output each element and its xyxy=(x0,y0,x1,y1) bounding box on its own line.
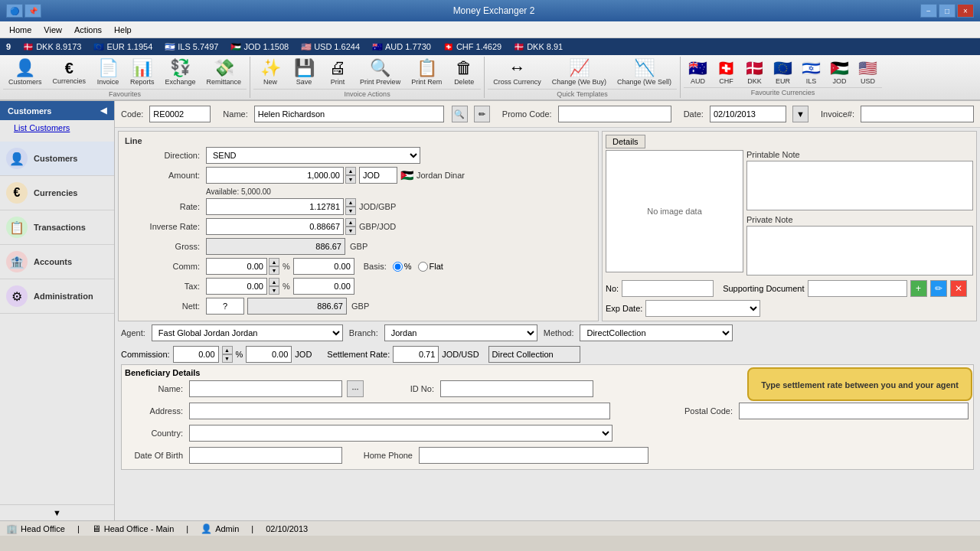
toolbar-remittance-btn[interactable]: 💸 Remittance xyxy=(201,57,247,89)
comm-pct-input[interactable] xyxy=(206,258,267,275)
fav-chf-btn[interactable]: 🇨🇭 CHF xyxy=(712,57,740,87)
toolbar-change-sell-btn[interactable]: 📉 Change (We Sell) xyxy=(612,57,677,89)
tax-up-btn[interactable]: ▲ xyxy=(269,278,279,286)
fav-usd-btn[interactable]: 🇺🇸 USD xyxy=(854,57,882,87)
toolbar-exchange-btn[interactable]: 💱 Exchange xyxy=(160,57,201,89)
list-customers-link[interactable]: List Customers xyxy=(6,120,77,135)
name-input[interactable] xyxy=(254,106,444,122)
printable-note-input[interactable] xyxy=(746,161,973,210)
basis-flat-radio[interactable] xyxy=(418,262,428,272)
menu-actions[interactable]: Actions xyxy=(68,24,108,36)
toolbar-invoice-btn[interactable]: 📄 Invoice xyxy=(91,57,125,89)
minimize-btn[interactable]: − xyxy=(920,4,937,18)
amount-down-btn[interactable]: ▼ xyxy=(345,175,356,184)
sidebar-item-administration[interactable]: ⚙ Administration xyxy=(0,279,114,314)
amount-up-btn[interactable]: ▲ xyxy=(345,167,356,175)
fav-aud-btn[interactable]: 🇦🇺 AUD xyxy=(684,57,712,87)
name-edit-icon-btn[interactable]: ✏ xyxy=(474,106,490,122)
date-dropdown-icon[interactable]: ▼ xyxy=(792,106,808,122)
pin-btn[interactable]: 📌 xyxy=(24,4,41,18)
promo-input[interactable] xyxy=(558,106,671,122)
inverse-down-btn[interactable]: ▼ xyxy=(345,227,356,235)
amount-input[interactable] xyxy=(206,167,344,184)
benef-name-row: Name: ··· ID No: xyxy=(125,380,593,397)
comm-down-btn[interactable]: ▼ xyxy=(269,266,279,275)
doc-add-btn[interactable]: + xyxy=(910,280,927,297)
no-input[interactable] xyxy=(622,280,714,297)
menu-view[interactable]: View xyxy=(38,24,68,36)
nett-input[interactable] xyxy=(247,298,347,315)
benef-id-input[interactable] xyxy=(440,380,593,397)
benef-name-dots-btn[interactable]: ··· xyxy=(347,380,364,397)
benef-homephone-input[interactable] xyxy=(419,447,648,464)
inverse-rate-input[interactable] xyxy=(206,218,344,235)
doc-edit-btn[interactable]: ✏ xyxy=(930,280,947,297)
tax-down-btn[interactable]: ▼ xyxy=(269,286,279,295)
rate-up-btn[interactable]: ▲ xyxy=(345,198,356,207)
menu-home[interactable]: Home xyxy=(3,24,38,36)
eur-flag: 🇪🇺 xyxy=(773,59,792,77)
benef-postal-input[interactable] xyxy=(739,403,969,419)
benef-country-select[interactable] xyxy=(189,425,612,442)
basis-pct-radio[interactable] xyxy=(393,262,403,272)
private-note-input[interactable] xyxy=(746,226,973,276)
fav-jod-btn[interactable]: 🇯🇴 JOD xyxy=(825,57,854,87)
toolbar-new-btn[interactable]: ✨ New xyxy=(253,57,287,89)
menu-help[interactable]: Help xyxy=(108,24,138,36)
settlement-input[interactable] xyxy=(393,346,439,363)
date-input[interactable] xyxy=(710,106,786,122)
benef-name-input[interactable] xyxy=(189,380,342,397)
supporting-doc-input[interactable] xyxy=(808,280,907,297)
agent-select[interactable]: Fast Global Jordan Jordan xyxy=(152,324,343,341)
toolbar-reports-btn[interactable]: 📊 Reports xyxy=(125,57,160,89)
method-select[interactable]: DirectCollection xyxy=(580,324,733,341)
gross-input[interactable] xyxy=(206,238,345,255)
doc-delete-btn[interactable]: ✕ xyxy=(950,280,967,297)
toolbar-print-rem-btn[interactable]: 📋 Print Rem xyxy=(406,57,447,89)
inverse-up-btn[interactable]: ▲ xyxy=(345,218,356,227)
branch-select[interactable]: Jordan xyxy=(384,324,537,341)
benef-dob-input[interactable] xyxy=(189,447,342,464)
sidebar-item-customers[interactable]: 👤 Customers xyxy=(0,142,114,176)
toolbar-delete-btn[interactable]: 🗑 Delete xyxy=(447,57,481,89)
sidebar-item-transactions[interactable]: 📋 Transactions xyxy=(0,210,114,245)
toolbar-customers-btn[interactable]: 👤 Customers xyxy=(3,57,47,89)
toolbar-currencies-btn[interactable]: € Currencies xyxy=(47,57,92,89)
sidebar-item-accounts[interactable]: 🏦 Accounts xyxy=(0,245,114,279)
exp-date-select[interactable] xyxy=(645,300,760,317)
maximize-btn[interactable]: □ xyxy=(939,4,956,18)
direction-select[interactable]: SEND RECEIVE xyxy=(206,147,420,164)
comm2-down-btn[interactable]: ▼ xyxy=(222,354,233,363)
commission-pct-input[interactable] xyxy=(173,346,219,363)
tax-flat-input[interactable] xyxy=(293,278,354,295)
comm-flat-input[interactable] xyxy=(293,258,354,275)
rate-down-btn[interactable]: ▼ xyxy=(345,207,356,215)
code-input[interactable] xyxy=(149,106,211,122)
sidebar-collapse-btn[interactable]: ◀ xyxy=(100,106,106,116)
fav-dkk-btn[interactable]: 🇩🇰 DKK xyxy=(740,57,769,87)
currency-input[interactable] xyxy=(359,167,397,184)
fav-ils-btn[interactable]: 🇮🇱 ILS xyxy=(797,57,825,87)
benef-dob-row: Date Of Birth Home Phone xyxy=(125,447,648,464)
comm2-up-btn[interactable]: ▲ xyxy=(222,346,233,354)
name-search-icon-btn[interactable]: 🔍 xyxy=(452,106,468,122)
comm-up-btn[interactable]: ▲ xyxy=(269,258,279,266)
details-tab[interactable]: Details xyxy=(606,135,645,148)
amount-row: Amount: ▲ ▼ 🇯🇴 Jordan Dinar xyxy=(122,167,595,184)
sidebar-collapse-bottom[interactable]: ▼ xyxy=(0,504,114,520)
toolbar-change-buy-btn[interactable]: 📈 Change (We Buy) xyxy=(547,57,612,89)
admin-icon: 👤 xyxy=(201,523,212,534)
benef-address-input[interactable] xyxy=(189,403,610,419)
invoice-input[interactable] xyxy=(861,106,974,122)
fav-eur-btn[interactable]: 🇪🇺 EUR xyxy=(769,57,797,87)
close-btn[interactable]: × xyxy=(957,4,974,18)
toolbar-cross-currency-btn[interactable]: ↔ Cross Currency xyxy=(488,57,547,89)
commission-flat-input[interactable] xyxy=(246,346,292,363)
toolbar-print-btn[interactable]: 🖨 Print xyxy=(321,57,354,89)
toolbar-save-btn[interactable]: 💾 Save xyxy=(287,57,321,89)
tax-pct-input[interactable] xyxy=(206,278,267,295)
rate-input[interactable] xyxy=(206,198,344,215)
app-icon-btn[interactable]: 🔵 xyxy=(6,4,23,18)
toolbar-print-preview-btn[interactable]: 🔍 Print Preview xyxy=(354,57,406,89)
sidebar-item-currencies[interactable]: € Currencies xyxy=(0,176,114,210)
